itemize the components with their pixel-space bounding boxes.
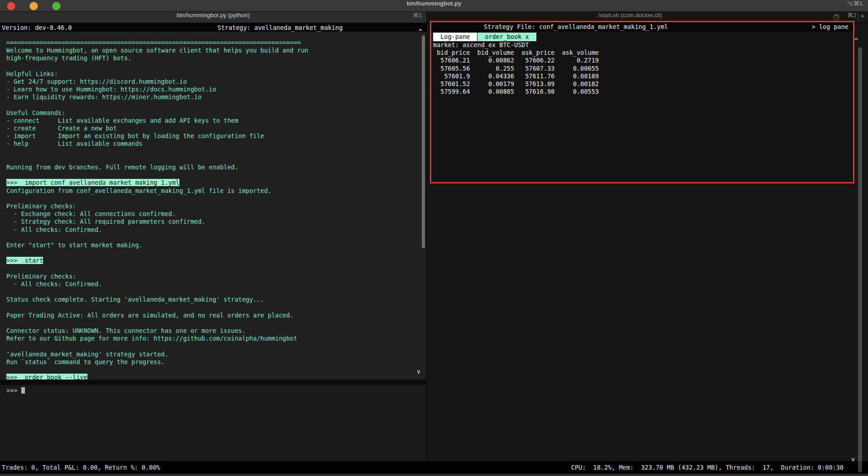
log-line <box>6 63 426 70</box>
order-book-row: 57599.64 0.00885 57616.98 0.00553 <box>433 88 599 96</box>
pane-tab-hummingbot[interactable]: bin/hummingbot.py (python) ⌘1 <box>0 12 426 23</box>
log-line: Running from dev branches. Full remote l… <box>6 163 426 171</box>
hummingbot-terminal-pane[interactable]: Version: dev-0.46.0 Strategy: avellaneda… <box>0 24 426 461</box>
log-line: Connector status: UNKNOWN. This connecto… <box>6 327 426 335</box>
order-book-row: 57601.9 0.04336 57611.76 0.00189 <box>433 72 599 80</box>
log-line: - Strategy check: All required parameter… <box>6 218 426 226</box>
prompt-label: >>> <box>6 387 21 394</box>
bottom-status-bar: Trades: 0, Total P&L: 0.00, Return %: 0.… <box>0 461 868 474</box>
command-prompt[interactable]: >>> <box>6 387 25 394</box>
window-bottom-edge <box>0 474 868 476</box>
pane-tab-hummingbot-label: bin/hummingbot.py (python) <box>0 12 426 19</box>
strategy-label: Strategy: avellaneda_market_making <box>217 24 342 32</box>
log-line: Useful Commands: <box>6 109 426 117</box>
log-line <box>6 264 426 272</box>
log-line: Run `status` command to query the progre… <box>6 358 426 366</box>
market-label: market: ascend_ex BTC-USDT <box>433 41 599 49</box>
strategy-file-label: Strategy File: conf_avellaneda_market_ma… <box>484 22 668 32</box>
log-line: Configuration from conf_avellaneda_marke… <box>6 187 426 195</box>
window-titlebar: bin/hummingbot.py ⌥⌘1 <box>0 0 868 12</box>
log-line <box>6 195 426 202</box>
log-line <box>6 249 426 257</box>
order-book-row: 57606.21 0.00862 57606.22 0.2719 <box>433 57 599 64</box>
command-input-area[interactable]: >>> <box>0 385 426 461</box>
window-shortcut-badge: ⌥⌘1 <box>847 0 863 7</box>
log-line: - create Create a new bot <box>6 125 426 132</box>
log-line: 'avellaneda_market_making' strategy star… <box>6 351 426 358</box>
system-status: CPU: 18.2%, Mem: 323.70 MB (432.23 MB), … <box>571 461 844 474</box>
log-line <box>6 288 426 296</box>
scroll-up-indicator[interactable]: ^ <box>854 37 858 44</box>
left-scrollbar-thumb[interactable] <box>422 35 425 248</box>
log-line: - Earn liquidity rewards: https://miner.… <box>6 93 426 101</box>
hummingbot-top-bar: Version: dev-0.46.0 Strategy: avellaneda… <box>0 24 426 32</box>
log-line: >>> import conf_avellaneda_market_making… <box>6 179 426 187</box>
log-line: - help List available commands <box>6 140 426 148</box>
iterm-window: bin/hummingbot.py ⌥⌘1 bin/hummingbot.py … <box>0 0 868 476</box>
right-scrollbar-thumb[interactable] <box>858 47 862 472</box>
log-line: - Exchange check: All connections confir… <box>6 210 426 218</box>
log-line: Welcome to Hummingbot, an open source so… <box>6 47 426 54</box>
text-cursor <box>21 387 25 394</box>
log-line <box>6 342 426 350</box>
order-book-rows: 57606.21 0.00862 57606.22 0.2719 57605.5… <box>433 57 599 96</box>
log-line: - import Import an existing bot by loadi… <box>6 132 426 140</box>
log-pane-label: > log pane <box>812 22 849 32</box>
log-line: >>> start <box>6 257 426 264</box>
log-line: ========================================… <box>6 39 426 47</box>
order-book-header: bid_price bid_volume ask_price ask_volum… <box>433 49 599 57</box>
new-tab-button[interactable]: + <box>859 12 866 19</box>
log-line: high-frequency trading (HFT) bots. <box>6 54 426 62</box>
log-pane-highlight-box: Strategy File: conf_avellaneda_market_ma… <box>430 21 854 183</box>
log-line: Helpful Links: <box>6 70 426 78</box>
log-line: - Learn how to use Hummingbot: https://d… <box>6 86 426 93</box>
log-line <box>6 234 426 241</box>
log-line: - connect List available exchanges and a… <box>6 117 426 125</box>
scroll-up-indicator[interactable]: ^ <box>419 28 422 35</box>
order-book-row: 57601.52 0.00179 57613.09 0.00182 <box>433 80 599 88</box>
log-line <box>6 319 426 327</box>
pane-tab-docker-shortcut: ⌘2 <box>848 12 856 19</box>
log-line: >>> order_book --live <box>6 374 426 380</box>
log-line: Enter "start" to start market making. <box>6 241 426 249</box>
log-line <box>6 148 426 156</box>
log-line <box>6 156 426 163</box>
activity-spinner-icon <box>833 14 840 21</box>
hummingbot-output-log[interactable]: ========================================… <box>0 32 426 380</box>
log-line: - All checks: Confirmed. <box>6 226 426 234</box>
log-line <box>6 171 426 179</box>
log-pane-top-bar: Strategy File: conf_avellaneda_market_ma… <box>431 22 853 32</box>
version-label: Version: dev-0.46.0 <box>2 24 72 32</box>
window-title: bin/hummingbot.py <box>0 0 868 7</box>
order-book-panel: market: ascend_ex BTC-USDT bid_price bid… <box>433 41 599 96</box>
log-pane-terminal[interactable]: Strategy File: conf_avellaneda_market_ma… <box>426 24 868 461</box>
log-line: - All checks: Confirmed. <box>6 280 426 288</box>
tab-log-pane[interactable]: Log-pane <box>433 33 477 41</box>
tabbar-divider <box>858 13 858 21</box>
log-line <box>6 303 426 311</box>
log-line: Preliminary checks: <box>6 202 426 210</box>
order-book-row: 57605.56 0.255 57607.33 0.00055 <box>433 65 599 72</box>
pane-tab-docker-label: ./start.sh (com.docker.cli) <box>427 12 868 19</box>
log-line: Status check complete. Starting 'avellan… <box>6 296 426 303</box>
tab-order-book[interactable]: order_book x <box>477 33 536 41</box>
log-line <box>6 101 426 109</box>
log-input-separator <box>0 380 426 385</box>
log-line: Refer to our Github page for more info: … <box>6 335 426 342</box>
log-line <box>6 366 426 374</box>
trades-status: Trades: 0, Total P&L: 0.00, Return %: 0.… <box>2 461 160 474</box>
log-line: Paper Trading Active: All orders are sim… <box>6 312 426 319</box>
scroll-down-indicator[interactable]: v <box>417 368 420 375</box>
log-line: Preliminary checks: <box>6 273 426 280</box>
pane-tab-hummingbot-shortcut: ⌘1 <box>413 12 422 19</box>
log-line: - Get 24/7 support: https://discord.humm… <box>6 78 426 86</box>
